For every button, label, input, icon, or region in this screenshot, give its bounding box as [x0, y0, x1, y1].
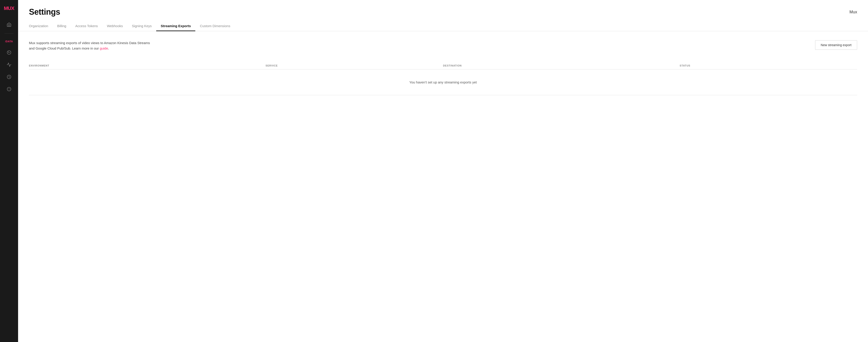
tab-signing-keys[interactable]: Signing Keys — [127, 21, 156, 31]
tab-access-tokens[interactable]: Access Tokens — [71, 21, 102, 31]
speed-icon — [6, 50, 11, 55]
page-title: Settings — [29, 7, 60, 17]
tab-streaming-exports[interactable]: Streaming Exports — [156, 21, 195, 31]
tabs-container: Organization Billing Access Tokens Webho… — [18, 21, 868, 31]
main-content: Settings Mux Organization Billing Access… — [18, 0, 868, 342]
sidebar-nav: /DATA — [0, 20, 18, 94]
description-part2: . — [108, 46, 109, 50]
sidebar-item-data[interactable]: /DATA — [0, 37, 18, 46]
sidebar-data-label: /DATA — [5, 40, 13, 43]
sidebar-item-speed[interactable] — [0, 47, 18, 58]
alert-icon — [6, 87, 11, 92]
activity-icon — [6, 62, 11, 67]
guide-link[interactable]: guide — [100, 46, 108, 50]
user-name: Mux — [849, 10, 857, 15]
description-row: Mux supports streaming exports of video … — [29, 40, 857, 51]
table-empty-message: You haven't set up any streaming exports… — [29, 69, 857, 95]
col-destination: DESTINATION — [443, 64, 680, 67]
page-header: Settings Mux — [18, 0, 868, 21]
svg-point-1 — [9, 52, 9, 53]
content-area: Mux supports streaming exports of video … — [18, 31, 868, 342]
sidebar: MUX /DATA — [0, 0, 18, 342]
description-part1: Mux supports streaming exports of video … — [29, 41, 150, 50]
history-icon — [6, 75, 11, 79]
tabs: Organization Billing Access Tokens Webho… — [29, 21, 857, 31]
table-header: ENVIRONMENT SERVICE DESTINATION STATUS — [29, 62, 857, 69]
logo[interactable]: MUX — [2, 4, 16, 13]
sidebar-item-alert[interactable] — [0, 84, 18, 94]
logo-text: MUX — [4, 5, 14, 11]
tab-webhooks[interactable]: Webhooks — [102, 21, 127, 31]
col-status: STATUS — [680, 64, 857, 67]
sidebar-item-history[interactable] — [0, 72, 18, 82]
sidebar-divider-1 — [4, 33, 13, 34]
col-environment: ENVIRONMENT — [29, 64, 266, 67]
new-streaming-export-button[interactable]: New streaming export — [815, 40, 857, 50]
tab-organization[interactable]: Organization — [29, 21, 53, 31]
description-text: Mux supports streaming exports of video … — [29, 40, 156, 51]
sidebar-item-home[interactable] — [0, 20, 18, 30]
col-service: SERVICE — [266, 64, 443, 67]
tab-custom-dimensions[interactable]: Custom Dimensions — [195, 21, 235, 31]
tab-billing[interactable]: Billing — [53, 21, 71, 31]
sidebar-item-activity[interactable] — [0, 59, 18, 70]
home-icon — [6, 22, 11, 27]
table-container: ENVIRONMENT SERVICE DESTINATION STATUS Y… — [29, 62, 857, 95]
